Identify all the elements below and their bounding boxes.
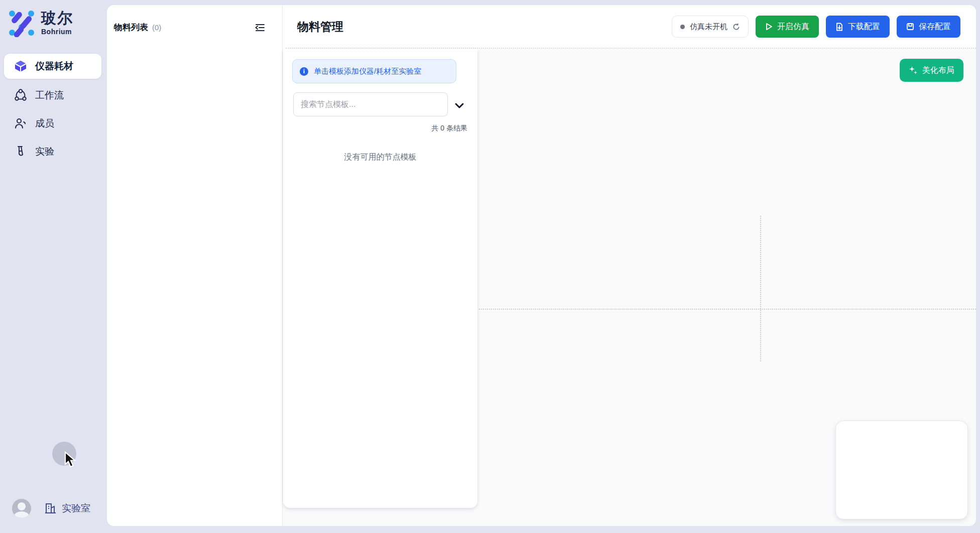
empty-templates-text: 没有可用的节点模板 <box>283 152 477 163</box>
lab-switcher[interactable]: 实验室 <box>44 502 90 515</box>
workflow-icon <box>14 89 27 102</box>
node-template-panel: i 单击模板添加仪器/耗材至实验室 共 0 条结果 没有可用的节点模板 <box>283 49 477 508</box>
sidebar-item-label: 成员 <box>35 117 54 130</box>
sidebar-footer: 实验室 <box>0 498 107 519</box>
sidebar-item-instruments[interactable]: 仪器耗材 <box>4 54 101 79</box>
sidebar-item-label: 工作流 <box>35 89 64 102</box>
layout-canvas[interactable]: i 单击模板添加仪器/耗材至实验室 共 0 条结果 没有可用的节点模板 美化布局 <box>283 49 976 526</box>
page-title: 物料管理 <box>297 19 343 35</box>
template-search-input[interactable] <box>293 92 448 116</box>
avatar[interactable] <box>12 499 31 518</box>
save-icon <box>906 23 914 31</box>
file-download-icon <box>835 23 843 31</box>
material-list-panel: 物料列表 (0) <box>107 5 282 526</box>
sidebar-item-label: 实验 <box>35 145 54 158</box>
cube-icon <box>14 60 27 73</box>
members-icon <box>14 117 27 130</box>
sidebar-item-members[interactable]: 成员 <box>4 111 101 135</box>
minimap-panel[interactable] <box>835 421 968 519</box>
material-list-count: (0) <box>152 23 161 32</box>
material-list-title: 物料列表 <box>114 22 148 33</box>
status-dot-icon <box>680 25 685 29</box>
sidebar-item-label: 仪器耗材 <box>35 60 73 73</box>
main-header: 物料管理 仿真未开机 开启仿真 下载 <box>283 5 976 49</box>
status-label: 仿真未开机 <box>690 22 727 32</box>
chevron-down-icon[interactable] <box>454 100 465 111</box>
start-simulation-button[interactable]: 开启仿真 <box>756 16 819 38</box>
play-icon <box>765 23 773 31</box>
info-icon: i <box>300 67 308 76</box>
results-count: 共 0 条结果 <box>431 124 467 133</box>
lab-label: 实验室 <box>62 502 90 515</box>
template-hint-banner: i 单击模板添加仪器/耗材至实验室 <box>292 59 456 83</box>
app-window: 物料列表 (0) 物料管理 仿真未开机 <box>107 5 976 526</box>
refresh-icon[interactable] <box>732 23 740 31</box>
header-controls: 仿真未开机 开启仿真 下载配置 <box>672 16 960 38</box>
brand-logo: 玻尔 Bohrium <box>8 9 73 37</box>
simulation-status-pill[interactable]: 仿真未开机 <box>672 16 749 38</box>
beautify-layout-button[interactable]: 美化布局 <box>900 59 963 82</box>
sidebar-item-workflow[interactable]: 工作流 <box>4 83 101 107</box>
building-icon <box>44 502 57 515</box>
canvas-guide-horizontal <box>479 309 976 310</box>
brand-name-en: Bohrium <box>41 28 73 36</box>
experiment-icon <box>14 145 27 158</box>
sidebar-item-experiment[interactable]: 实验 <box>4 140 101 163</box>
canvas-guide-vertical <box>760 216 761 361</box>
sidebar-menu: 仪器耗材 工作流 成员 <box>4 54 101 163</box>
download-config-button[interactable]: 下载配置 <box>826 16 890 38</box>
save-config-button[interactable]: 保存配置 <box>897 16 960 38</box>
sparkles-icon <box>909 66 918 75</box>
brand-name-zh: 玻尔 <box>41 11 73 26</box>
template-hint-text: 单击模板添加仪器/耗材至实验室 <box>314 67 421 76</box>
mouse-cursor <box>63 451 77 469</box>
collapse-panel-icon[interactable] <box>254 22 266 34</box>
bohrium-logo-icon <box>8 9 35 37</box>
